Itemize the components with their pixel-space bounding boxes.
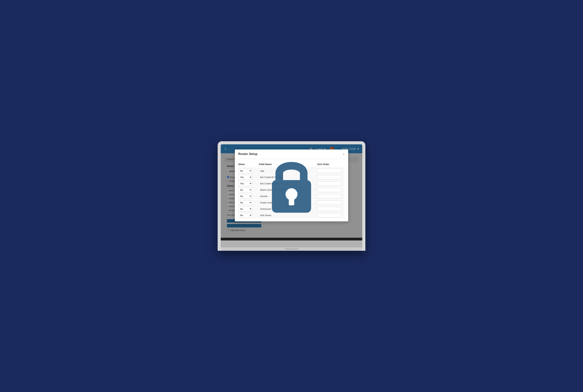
show-dropdown-gender[interactable]: NoYes: [238, 194, 252, 198]
col-sort-order: Sort Order: [317, 163, 345, 166]
na-badge-blank: (n/a): [292, 189, 296, 191]
field-name-gender: Gender: [259, 195, 317, 198]
show-dropdown-blank[interactable]: NoYes: [238, 188, 252, 192]
table-row: YesNo Bar-Coded Session ID (n/a): [238, 180, 345, 186]
table-row: NoYes Homeroom: [238, 206, 345, 212]
sort-input-session[interactable]: [317, 182, 341, 186]
sort-input-grade[interactable]: [317, 200, 341, 205]
show-dropdown-session[interactable]: YesNo: [238, 181, 252, 186]
show-dropdown-homeroom[interactable]: NoYes: [238, 207, 252, 211]
sort-input-homeroom[interactable]: [317, 207, 341, 211]
roster-setup-modal: Roster Setup × Show Field Name Sort Orde…: [235, 150, 348, 222]
laptop-frame: ‹ ✉ ? Help ▼ 🎁 👤 Phillip Smith ▼ R: [218, 141, 365, 251]
field-name-age: Age: [259, 170, 317, 172]
field-name-session: Bar-Coded Session ID (n/a): [259, 182, 317, 185]
table-row: YesNo Bar Coded ID Number: [238, 174, 345, 180]
show-dropdown-nickname[interactable]: NoYes: [238, 213, 252, 218]
show-dropdown-barcode[interactable]: YesNo: [238, 175, 252, 180]
modal-title: Roster Setup: [238, 152, 257, 156]
show-select-nickname[interactable]: NoYes: [238, 213, 259, 218]
show-select-age[interactable]: NoYes: [238, 168, 259, 173]
modal-overlay: Roster Setup × Show Field Name Sort Orde…: [221, 144, 362, 247]
show-dropdown-grade[interactable]: NoYes: [238, 200, 252, 205]
sort-input-gender[interactable]: [317, 194, 341, 198]
col-field-name: Field Name: [259, 163, 317, 166]
field-name-grade: Grade Level: [259, 201, 317, 204]
laptop-notch: [285, 248, 298, 250]
col-show: Show: [238, 163, 259, 166]
table-row: NoYes Age: [238, 168, 345, 174]
show-select-barcode[interactable]: YesNo: [238, 175, 259, 180]
field-name-nickname: Nick Name: [259, 214, 317, 216]
table-row: NoYes Grade Level: [238, 200, 345, 206]
table-header: Show Field Name Sort Order: [238, 162, 345, 167]
modal-close-button[interactable]: ×: [343, 152, 345, 156]
laptop-base: [221, 247, 362, 251]
modal-body: Show Field Name Sort Order NoYes Age: [235, 159, 348, 222]
show-select-homeroom[interactable]: NoYes: [238, 207, 259, 211]
show-select-blank[interactable]: NoYes: [238, 188, 259, 192]
modal-header: Roster Setup ×: [235, 150, 348, 159]
laptop-screen: ‹ ✉ ? Help ▼ 🎁 👤 Phillip Smith ▼ R: [221, 144, 362, 247]
show-select-grade[interactable]: NoYes: [238, 200, 259, 205]
table-row: NoYes Nick Name: [238, 212, 345, 218]
field-name-blank: Blank Column For Comments (n/a): [259, 188, 317, 191]
sort-input-age[interactable]: [317, 169, 341, 173]
sort-input-blank[interactable]: [317, 188, 341, 192]
show-select-gender[interactable]: NoYes: [238, 194, 259, 198]
field-name-homeroom: Homeroom: [259, 208, 317, 210]
field-name-barcode: Bar Coded ID Number: [259, 176, 317, 178]
sort-input-nickname[interactable]: [317, 213, 341, 218]
table-row: NoYes Blank Column For Comments (n/a): [238, 187, 345, 193]
sort-input-barcode[interactable]: [317, 175, 341, 179]
show-select-session[interactable]: YesNo: [238, 181, 259, 186]
table-row: NoYes Gender: [238, 193, 345, 199]
show-dropdown-age[interactable]: NoYes: [238, 168, 252, 173]
na-badge-session: (n/a): [284, 182, 289, 185]
